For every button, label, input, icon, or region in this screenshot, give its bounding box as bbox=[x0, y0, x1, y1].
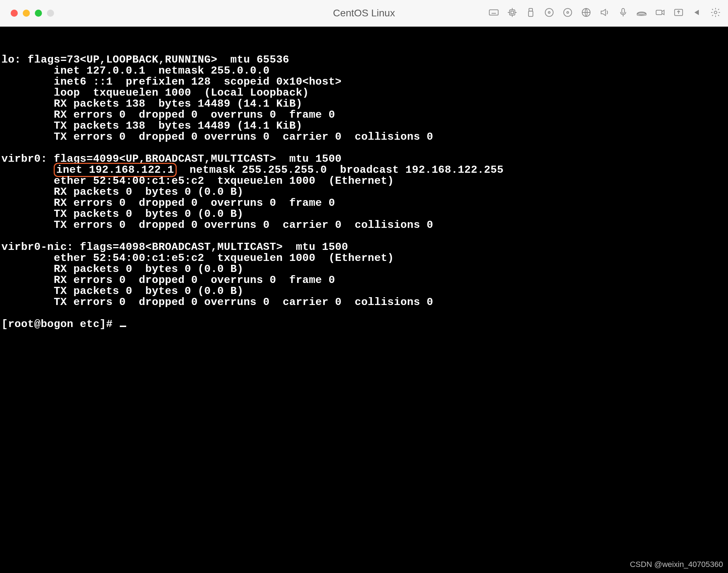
disk-icon[interactable] bbox=[636, 7, 647, 19]
share-icon[interactable] bbox=[673, 7, 684, 19]
traffic-lights bbox=[11, 10, 54, 17]
svg-rect-12 bbox=[529, 9, 532, 11]
terminal-line: inet6 ::1 prefixlen 128 scopeid 0x10<hos… bbox=[1, 76, 342, 88]
minimize-button[interactable] bbox=[23, 10, 30, 17]
svg-rect-7 bbox=[511, 11, 514, 14]
svg-rect-21 bbox=[656, 10, 662, 15]
toolbar bbox=[488, 7, 721, 19]
terminal-line: loop txqueuelen 1000 (Local Loopback) bbox=[1, 87, 309, 99]
terminal-prompt: [root@bogon etc]# bbox=[1, 318, 119, 330]
volume-icon[interactable] bbox=[599, 7, 610, 19]
svg-point-16 bbox=[564, 9, 572, 17]
svg-point-15 bbox=[548, 12, 550, 14]
mic-icon[interactable] bbox=[618, 7, 628, 19]
terminal-line: ether 52:54:00:c1:e5:c2 txqueuelen 1000 … bbox=[1, 175, 394, 187]
terminal-line: TX packets 138 bytes 14489 (14.1 KiB) bbox=[1, 120, 303, 132]
terminal-line: virbr0-nic: flags=4098<BROADCAST,MULTICA… bbox=[1, 241, 348, 253]
terminal[interactable]: lo: flags=73<UP,LOOPBACK,RUNNING> mtu 65… bbox=[0, 27, 728, 573]
hl-suffix: netmask 255.255.255.0 broadcast 192.168.… bbox=[177, 164, 504, 176]
terminal-line: RX packets 0 bytes 0 (0.0 B) bbox=[1, 263, 243, 275]
extra-dot bbox=[47, 10, 54, 17]
svg-rect-19 bbox=[622, 9, 625, 14]
terminal-line: RX errors 0 dropped 0 overruns 0 frame 0 bbox=[1, 109, 335, 121]
vm-window: CentOS Linux lo: flags=73<UP,LOOPBACK,RU… bbox=[0, 0, 728, 573]
terminal-line: TX errors 0 dropped 0 overruns 0 carrier… bbox=[1, 219, 433, 231]
terminal-line: lo: flags=73<UP,LOOPBACK,RUNNING> mtu 65… bbox=[1, 54, 289, 66]
cpu-icon[interactable] bbox=[507, 7, 518, 19]
terminal-line: TX errors 0 dropped 0 overruns 0 carrier… bbox=[1, 131, 433, 143]
hl-prefix bbox=[1, 164, 54, 176]
watermark: CSDN @weixin_40705360 bbox=[630, 559, 723, 570]
gear-icon[interactable] bbox=[710, 7, 721, 19]
svg-point-17 bbox=[567, 12, 569, 14]
terminal-line: TX errors 0 dropped 0 overruns 0 carrier… bbox=[1, 296, 433, 308]
play-back-icon[interactable] bbox=[692, 7, 702, 19]
svg-point-23 bbox=[714, 11, 717, 14]
terminal-line: RX errors 0 dropped 0 overruns 0 frame 0 bbox=[1, 274, 335, 286]
terminal-line: TX packets 0 bytes 0 (0.0 B) bbox=[1, 285, 243, 297]
titlebar: CentOS Linux bbox=[0, 0, 728, 27]
zoom-button[interactable] bbox=[35, 10, 42, 17]
terminal-line: RX errors 0 dropped 0 overruns 0 frame 0 bbox=[1, 197, 335, 209]
camera-icon[interactable] bbox=[655, 7, 665, 19]
close-button[interactable] bbox=[11, 10, 18, 17]
svg-rect-6 bbox=[510, 10, 515, 15]
svg-rect-13 bbox=[529, 11, 533, 16]
terminal-line: RX packets 138 bytes 14489 (14.1 KiB) bbox=[1, 98, 303, 110]
keyboard-icon[interactable] bbox=[488, 7, 499, 19]
terminal-line: RX packets 0 bytes 0 (0.0 B) bbox=[1, 186, 243, 198]
cursor bbox=[120, 326, 126, 327]
terminal-line: ether 52:54:00:c1:e5:c2 txqueuelen 1000 … bbox=[1, 252, 394, 264]
disc2-icon[interactable] bbox=[562, 7, 573, 19]
terminal-line: inet 127.0.0.1 netmask 255.0.0.0 bbox=[1, 65, 270, 77]
svg-rect-0 bbox=[489, 10, 498, 15]
window-title: CentOS Linux bbox=[333, 7, 395, 19]
terminal-line: TX packets 0 bytes 0 (0.0 B) bbox=[1, 208, 243, 220]
svg-point-14 bbox=[545, 9, 553, 17]
usb-icon[interactable] bbox=[525, 7, 536, 19]
globe-icon[interactable] bbox=[581, 7, 592, 19]
disc1-icon[interactable] bbox=[544, 7, 555, 19]
